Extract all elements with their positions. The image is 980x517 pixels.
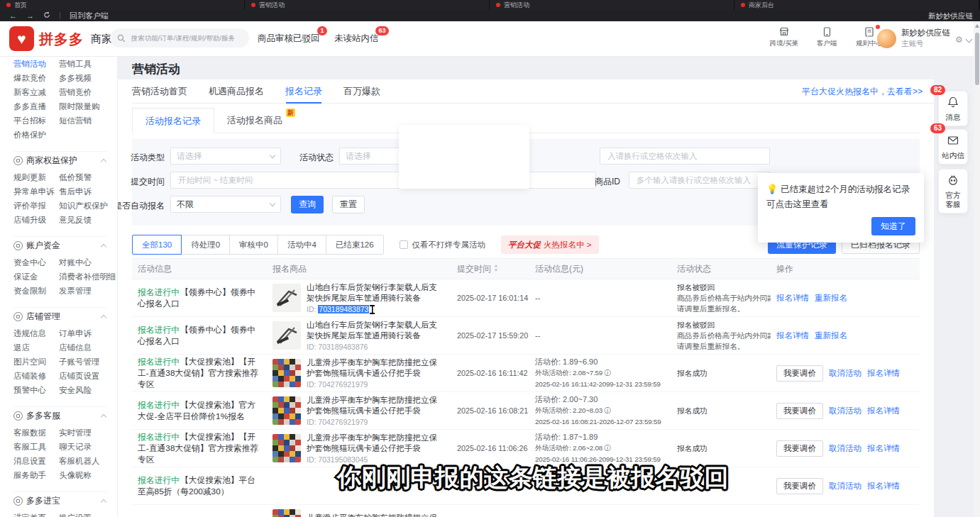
checkbox-icon[interactable] [400,240,408,249]
sidebar-item[interactable]: 实时管理 [59,426,117,440]
sidebar-item[interactable]: 图片空间 [13,355,59,369]
account-avatar[interactable] [877,29,896,48]
sidebar-item[interactable]: 店铺页设置 [59,369,117,383]
sidebar-item[interactable]: 客服机器人 [59,454,117,468]
sidebar-group-header[interactable]: 账户资金 [13,236,107,250]
rail-card-站内信[interactable]: 63站内信 [938,129,968,165]
activity-id-field[interactable] [606,151,764,161]
sidebar-item[interactable]: 推广设置 [59,511,117,517]
adjust-price-button[interactable]: 我要调价 [776,478,823,494]
tab-百万爆款[interactable]: 百万爆款 [343,79,380,103]
sidebar-item[interactable]: 资金限制 [13,284,59,298]
sidebar-item[interactable]: 客服工具 [13,440,59,454]
browser-tab[interactable]: 营销活动 [245,0,489,10]
review-rejected-link[interactable]: 商品审核已驳回 1 [258,33,320,45]
subtab-活动报名商品[interactable]: 活动报名商品新 [214,108,295,133]
status-chip[interactable]: 全部130 [132,235,182,255]
subtab-活动报名记录[interactable]: 活动报名记录 [132,108,214,133]
sidebar-item[interactable]: 营销工具 [59,57,117,71]
scroll-up-icon[interactable] [975,24,979,28]
sidebar-item[interactable]: 爆款竞价 [13,71,59,85]
sidebar-item[interactable]: 消息设置 [13,454,59,468]
sort-icon[interactable] [493,264,499,274]
sidebar-group-header[interactable]: 商家权益保护 [13,151,107,165]
account-chevron-icon[interactable] [966,36,973,43]
action-link[interactable]: 取消活动 [829,443,861,454]
tool-客户端[interactable]: 客户端 [810,26,843,48]
sidebar-item[interactable]: 消费者补偿明细 [59,269,117,284]
goods-id-input[interactable] [629,172,770,189]
pdd-logo[interactable]: ♥ [9,26,34,51]
sidebar-item[interactable]: 平台招标 [13,113,59,128]
sidebar-item[interactable]: 保证金 [13,269,59,284]
tab-营销活动首页[interactable]: 营销活动首页 [132,79,187,103]
sidebar-item[interactable]: 知识产权保护 [59,199,117,213]
action-link[interactable]: 取消活动 [829,406,861,416]
sidebar-group-header[interactable]: 店铺管理 [13,307,107,321]
activity-type-select[interactable]: 请选择 [170,148,281,165]
action-link[interactable]: 取消活动 [829,481,861,491]
search-input[interactable] [130,33,242,43]
sidebar-item[interactable]: 头像昵称 [59,468,117,482]
submit-time-range-input[interactable] [170,172,436,189]
sidebar-item[interactable]: 新客立减 [13,85,59,99]
query-button[interactable]: 查询 [291,196,324,213]
activity-id-input[interactable] [600,148,770,165]
status-chip[interactable]: 已结束126 [326,235,384,255]
reset-button[interactable]: 重置 [332,196,365,213]
extra-filter-input[interactable] [525,172,596,189]
promo-tag[interactable]: 平台大促火热报名中 > [501,235,598,254]
sidebar-item[interactable]: 异常单申诉 [13,184,59,199]
sidebar-item[interactable]: 多多直播 [13,99,59,113]
action-link[interactable]: 报名详情 [776,330,809,341]
status-chip[interactable]: 活动中4 [277,235,326,255]
goods-id-field[interactable] [635,175,764,185]
rail-card-官方客服[interactable]: 官方客服 [938,169,968,213]
adjust-price-button[interactable]: 我要调价 [776,403,823,419]
sidebar-item[interactable]: 短信营销 [59,113,117,128]
sidebar-item[interactable]: 营销活动 [13,57,59,71]
sidebar-group-header[interactable]: 多多客服 [13,406,107,421]
reload-icon[interactable] [43,10,50,21]
sidebar-item[interactable]: 违规信息 [13,326,59,340]
forward-icon[interactable]: → [26,10,34,21]
settings-gear-icon[interactable]: ⚙ [955,35,964,44]
sidebar-item[interactable]: 预警中心 [13,383,59,397]
rail-card-消息[interactable]: 82消息 [938,91,968,126]
submit-time-field[interactable] [177,175,430,185]
filter-checkbox[interactable]: 仅看不打烊专属活动 [400,240,486,250]
sidebar-item[interactable]: 多多视频 [59,71,117,85]
browser-tab[interactable]: 商家后台 [734,0,979,10]
sidebar-item[interactable]: 规则更新 [13,170,59,184]
sidebar-item[interactable]: 进宝首页 [13,511,59,517]
browser-tab[interactable]: 首页 [0,0,244,10]
action-link[interactable]: 报名详情 [776,293,809,304]
back-icon[interactable]: ← [9,10,17,21]
scrollbar-thumb[interactable] [975,33,979,85]
sidebar-item[interactable]: 客服数据 [13,426,59,440]
sidebar-item[interactable]: 评价举报 [13,199,59,213]
sidebar-item[interactable]: 订单申诉 [59,326,117,340]
sidebar-item[interactable]: 营销竞价 [59,85,117,99]
sidebar-item[interactable]: 低价预警 [59,170,117,184]
action-link[interactable]: 报名详情 [867,368,900,379]
action-link[interactable]: 报名详情 [867,406,900,416]
sidebar-item[interactable]: 售后申诉 [59,184,117,199]
sidebar-item[interactable]: 店铺装修 [13,369,59,383]
action-link[interactable]: 重新报名 [815,293,847,304]
sidebar-item[interactable]: 店铺升级 [13,213,59,227]
sidebar-item[interactable]: 意见反馈 [59,213,117,227]
tooltip-confirm-button[interactable]: 知道了 [871,217,915,235]
back-to-client-link[interactable]: 回到客户端 [70,11,109,21]
action-link[interactable]: 取消活动 [829,368,861,379]
sidebar-item[interactable]: 子账号管理 [59,355,117,369]
sidebar-group-header[interactable]: 多多进宝 [13,491,107,506]
sidebar-item[interactable]: 对账中心 [59,255,117,269]
tool-跨境/买菜[interactable]: 跨境/买菜 [768,26,800,48]
tab-报名记录[interactable]: 报名记录 [285,79,322,103]
sidebar-item[interactable]: 安全风险 [59,383,117,397]
promo-banner-link[interactable]: 平台大促火热报名中，去看看>> [802,79,923,104]
sidebar-item[interactable]: 服务助手 [13,468,59,482]
sidebar-item[interactable]: 退店 [13,340,59,355]
adjust-price-button[interactable]: 我要调价 [776,440,823,457]
